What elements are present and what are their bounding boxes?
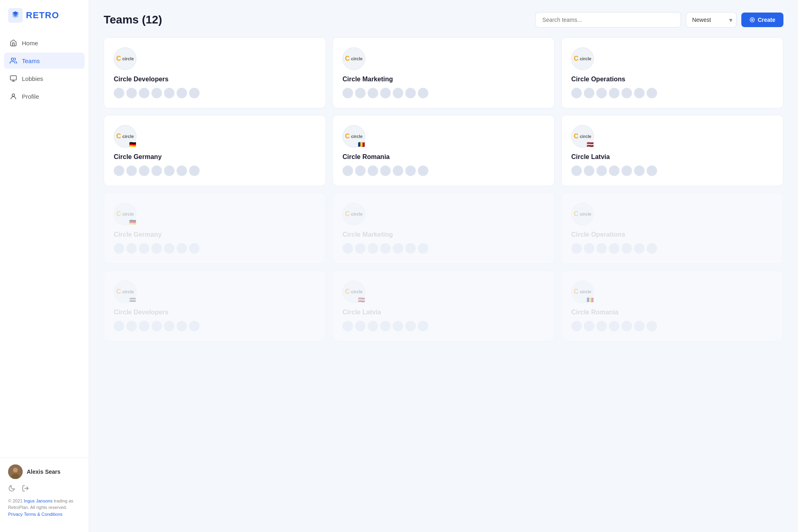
team-logo: C circle bbox=[571, 47, 594, 70]
page-header: Teams (12) Newest Oldest Alphabetical ▾ … bbox=[104, 12, 783, 28]
team-card[interactable]: C circle Circle Operations bbox=[561, 37, 783, 108]
member-dot bbox=[571, 321, 582, 331]
sidebar-item-home[interactable]: Home bbox=[4, 35, 85, 51]
member-dot bbox=[177, 243, 187, 254]
member-dot bbox=[571, 88, 582, 98]
team-card[interactable]: C circle Circle Marketing bbox=[332, 193, 555, 264]
member-dot bbox=[596, 321, 607, 331]
sidebar-bottom: Alexis Sears © 2021 Ingus Jansons tradin… bbox=[0, 458, 89, 524]
team-name: Circle Developers bbox=[114, 309, 316, 316]
member-dot bbox=[393, 243, 403, 254]
team-name: Circle Germany bbox=[114, 153, 316, 161]
member-dot bbox=[596, 243, 607, 254]
member-dot bbox=[355, 243, 366, 254]
sidebar-item-profile[interactable]: Profile bbox=[4, 88, 85, 104]
svg-point-8 bbox=[752, 19, 753, 21]
team-name: Circle Germany bbox=[114, 231, 316, 238]
main-content: Teams (12) Newest Oldest Alphabetical ▾ … bbox=[89, 0, 798, 532]
member-dot bbox=[634, 88, 645, 98]
team-logo: C circle bbox=[571, 203, 594, 225]
sidebar-item-lobbies[interactable]: Lobbies bbox=[4, 70, 85, 87]
team-name: Circle Romania bbox=[571, 309, 773, 316]
header-right: Newest Oldest Alphabetical ▾ Create bbox=[535, 12, 783, 28]
member-dot bbox=[139, 88, 149, 98]
member-dot bbox=[126, 165, 137, 176]
nav-items: Home Teams Lobbies Profile bbox=[0, 35, 89, 458]
team-logo: C circle bbox=[114, 47, 136, 70]
member-dot bbox=[151, 88, 162, 98]
team-card[interactable]: C circle 🇱🇻 Circle Latvia bbox=[332, 270, 555, 341]
member-dot bbox=[380, 165, 391, 176]
team-card[interactable]: C circle Circle Marketing bbox=[332, 37, 555, 108]
member-dot bbox=[621, 88, 632, 98]
member-dot bbox=[177, 321, 187, 331]
svg-rect-2 bbox=[11, 76, 17, 80]
member-dot bbox=[584, 243, 594, 254]
dark-mode-toggle[interactable] bbox=[8, 485, 15, 492]
member-dot bbox=[151, 243, 162, 254]
member-dot bbox=[114, 243, 124, 254]
member-dot bbox=[380, 88, 391, 98]
create-button[interactable]: Create bbox=[741, 13, 783, 27]
svg-point-3 bbox=[12, 94, 15, 96]
logout-button[interactable] bbox=[22, 485, 29, 492]
member-dot bbox=[609, 243, 619, 254]
member-dot bbox=[189, 88, 200, 98]
member-dot bbox=[126, 243, 137, 254]
member-dot bbox=[114, 165, 124, 176]
logo-text: RETRO bbox=[26, 10, 59, 21]
logout-icon bbox=[22, 485, 29, 492]
team-logo: C circle bbox=[343, 47, 365, 70]
member-dot bbox=[139, 165, 149, 176]
sort-select[interactable]: Newest Oldest Alphabetical bbox=[686, 12, 736, 28]
sidebar-item-home-label: Home bbox=[22, 40, 38, 47]
member-dot bbox=[647, 165, 657, 176]
sort-wrapper: Newest Oldest Alphabetical ▾ bbox=[686, 12, 736, 28]
team-name: Circle Operations bbox=[571, 231, 773, 238]
member-dots bbox=[114, 88, 316, 98]
team-card[interactable]: C circle 🇩🇪 Circle Germany bbox=[104, 193, 326, 264]
member-dot bbox=[189, 165, 200, 176]
flag-badge: 🇱🇻 bbox=[358, 297, 365, 303]
member-dot bbox=[418, 243, 428, 254]
member-dot bbox=[393, 321, 403, 331]
team-card[interactable]: C circle 🇷🇴 Circle Romania bbox=[332, 115, 555, 186]
team-name: Circle Developers bbox=[114, 76, 316, 83]
member-dot bbox=[584, 165, 594, 176]
member-dot bbox=[114, 321, 124, 331]
flag-badge: 🇱🇻 bbox=[587, 142, 594, 147]
member-dot bbox=[177, 88, 187, 98]
member-dot bbox=[355, 88, 366, 98]
member-dots bbox=[343, 165, 545, 176]
team-logo: C circle 🇱🇻 bbox=[343, 280, 365, 303]
member-dot bbox=[609, 88, 619, 98]
team-card[interactable]: C circle 🇩🇪 Circle Germany bbox=[104, 115, 326, 186]
sidebar-item-teams[interactable]: Teams bbox=[4, 53, 85, 69]
member-dot bbox=[164, 165, 174, 176]
member-dot bbox=[139, 321, 149, 331]
footer-terms-link[interactable]: Terms & Conditions bbox=[24, 512, 62, 517]
member-dot bbox=[596, 88, 607, 98]
member-dot bbox=[343, 243, 353, 254]
footer-privacy-link[interactable]: Privacy bbox=[8, 512, 23, 517]
team-name: Circle Romania bbox=[343, 153, 545, 161]
avatar bbox=[8, 464, 23, 479]
search-input[interactable] bbox=[535, 12, 681, 28]
member-dot bbox=[571, 165, 582, 176]
footer-author-link[interactable]: Ingus Jansons bbox=[24, 498, 53, 503]
member-dots bbox=[343, 321, 545, 331]
team-logo: C circle 🇷🇴 bbox=[571, 280, 594, 303]
member-dot bbox=[621, 165, 632, 176]
team-card[interactable]: C circle 🇱🇻 Circle Latvia bbox=[561, 115, 783, 186]
team-card[interactable]: C circle 🇷🇴 Circle Romania bbox=[561, 270, 783, 341]
team-card[interactable]: C circle Circle Operations bbox=[561, 193, 783, 264]
member-dot bbox=[418, 321, 428, 331]
member-dot bbox=[584, 88, 594, 98]
team-card[interactable]: C circle 🟰 Circle Developers bbox=[104, 270, 326, 341]
member-dot bbox=[151, 165, 162, 176]
create-icon bbox=[749, 17, 755, 23]
flag-badge: 🇷🇴 bbox=[358, 142, 365, 147]
team-card[interactable]: C circle Circle Developers bbox=[104, 37, 326, 108]
team-logo: C circle 🇩🇪 bbox=[114, 125, 136, 148]
flag-badge: 🟰 bbox=[129, 297, 136, 303]
